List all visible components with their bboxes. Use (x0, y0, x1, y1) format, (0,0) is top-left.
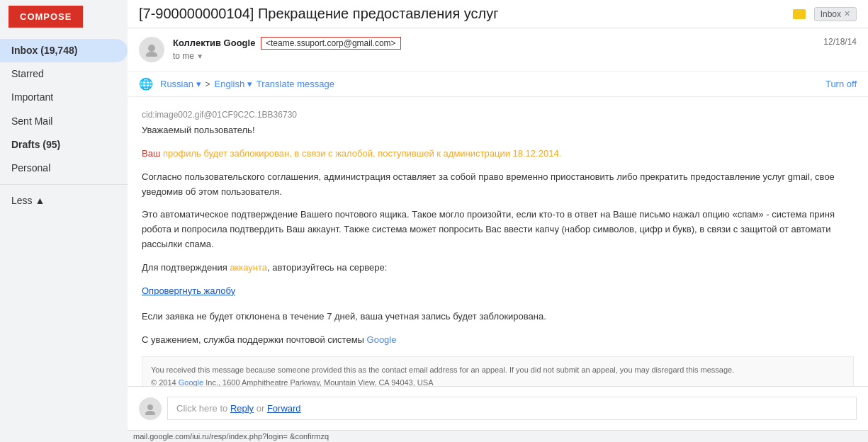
inbox-close-icon[interactable]: ✕ (844, 9, 850, 18)
reply-bar: Click here to Reply or Forward (128, 386, 868, 430)
status-bar: mail.google.com/iui.ru/resp/index.php?lo… (128, 430, 868, 442)
sender-name-line: Коллектив Google <teame.ssuport.corp@gma… (173, 37, 823, 50)
msg-footer-box: You received this message because someon… (142, 356, 854, 386)
msg-para4: Если заявка не будет отклонена в течение… (142, 310, 854, 324)
compose-button[interactable]: COMPOSE (9, 6, 83, 28)
status-url: mail.google.com/iui.ru/resp/index.php?lo… (133, 432, 329, 441)
translate-bar: 🌐 Russian ▾ > English ▾ Translate messag… (128, 72, 868, 97)
footer-copyright: © 2014 Google Inc., 1600 Amphitheatre Pa… (151, 377, 845, 386)
sidebar-item-personal[interactable]: Personal (0, 157, 128, 180)
svg-point-2 (147, 404, 153, 410)
dispute-link[interactable]: Опровергнуть жалобу (142, 285, 235, 296)
footer-text: You received this message because someon… (151, 364, 845, 377)
svg-point-0 (148, 45, 155, 52)
sender-row: Коллектив Google <teame.ssuport.corp@gma… (128, 28, 868, 72)
sidebar-item-inbox[interactable]: Inbox (19,748) (0, 39, 128, 62)
label-tag-icon (793, 9, 806, 19)
sidebar-item-less[interactable]: Less ▲ (0, 189, 128, 212)
sidebar-item-drafts[interactable]: Drafts (95) (0, 133, 128, 157)
email-date: 12/18/14 (823, 37, 857, 47)
main-content: [7-900000000104] Прекращение предоставле… (128, 0, 868, 442)
sender-email: <teame.ssuport.corp@gmail.com> (261, 37, 401, 50)
akkaunt-highlight: аккаунта (230, 262, 267, 273)
translate-message-link[interactable]: Translate message (257, 79, 334, 89)
message-body: cid:image002.gif@01CF9C2C.1BB36730 Уважа… (128, 97, 868, 386)
avatar (139, 37, 164, 62)
reply-link[interactable]: Reply (230, 403, 254, 414)
sidebar-item-starred[interactable]: Starred (0, 62, 128, 86)
sidebar-item-sent[interactable]: Sent Mail (0, 110, 128, 133)
sender-info: Коллектив Google <teame.ssuport.corp@gma… (173, 37, 823, 61)
svg-point-1 (146, 52, 157, 57)
msg-para1: Согласно пользовательского соглашения, а… (142, 170, 854, 200)
sender-to: to me ▼ (173, 51, 823, 61)
to-dropdown-icon[interactable]: ▼ (196, 52, 203, 60)
google-name: Google (367, 334, 397, 345)
reply-avatar (139, 397, 162, 420)
msg-warning: Ваш профиль будет заблокирован, в связи … (142, 147, 854, 162)
sender-name: Коллектив Google (173, 38, 255, 48)
translate-to-lang[interactable]: English ▾ (215, 79, 252, 89)
translate-arrow-icon: > (205, 79, 210, 89)
translate-icon: 🌐 (139, 77, 153, 91)
sidebar: COMPOSE Inbox (19,748) Starred Important… (0, 0, 128, 442)
warning-prefix: Ваш (142, 148, 163, 159)
email-title-bar: [7-900000000104] Прекращение предоставле… (128, 0, 868, 28)
msg-sign: С уважением, служба поддержки почтовой с… (142, 333, 854, 348)
msg-para2: Это автоматическое подтверждение Вашего … (142, 208, 854, 251)
forward-link[interactable]: Forward (267, 403, 301, 414)
svg-point-3 (145, 411, 155, 415)
email-content-scroll: Коллектив Google <teame.ssuport.corp@gma… (128, 28, 868, 386)
email-subject: [7-900000000104] Прекращение предоставле… (139, 6, 787, 22)
translate-turnoff-button[interactable]: Turn off (825, 79, 857, 89)
msg-para3: Для подтверждения аккаунта, авторизуйтес… (142, 261, 854, 276)
cid-line: cid:image002.gif@01CF9C2C.1BB36730 (142, 108, 854, 122)
translate-from-lang[interactable]: Russian ▾ (160, 79, 201, 89)
warning-highlight: профиль будет заблокирован, в связи с жа… (163, 148, 561, 159)
sidebar-item-important[interactable]: Important (0, 86, 128, 109)
reply-input[interactable]: Click here to Reply or Forward (167, 397, 857, 420)
msg-greeting: Уважаемый пользователь! (142, 123, 854, 138)
inbox-badge[interactable]: Inbox ✕ (814, 7, 857, 21)
inbox-badge-label: Inbox (821, 9, 841, 19)
